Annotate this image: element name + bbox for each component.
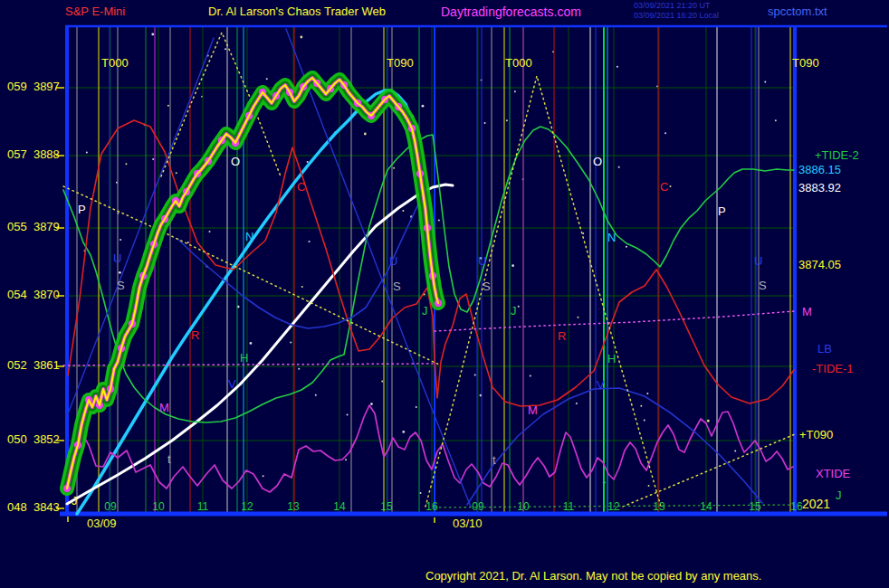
astro-marker-U: U [478, 254, 486, 268]
x-hour-label: 12 [241, 501, 253, 513]
astro-marker-C: C [297, 180, 305, 194]
astro-marker-R: R [558, 329, 566, 343]
star-dot [364, 133, 367, 136]
star-dot [381, 380, 383, 382]
yellow-dotted-peak-day2 [425, 76, 661, 507]
star-dot [577, 317, 578, 318]
star-dot [152, 158, 154, 160]
y-axis-label: 048 3843 [7, 501, 60, 514]
star-dot [345, 459, 347, 460]
star-dot [775, 119, 777, 121]
astro-marker-H: H [607, 352, 616, 365]
astro-marker-S: S [393, 280, 401, 293]
astro-marker-J: J [422, 304, 428, 318]
right-margin-label-lb: LB [817, 343, 832, 356]
astro-marker-U: U [754, 254, 762, 268]
star-dot [347, 413, 349, 415]
star-dot [419, 492, 421, 494]
star-dot [402, 431, 405, 433]
tide-time-label: T000 [101, 57, 129, 70]
star-dot [474, 375, 476, 376]
y-axis-label: 050 3852 [7, 433, 60, 446]
star-dot [86, 152, 88, 154]
star-dot [266, 78, 268, 80]
star-dot [290, 341, 292, 343]
star-dot [176, 172, 177, 174]
x-hour-label: 16 [425, 501, 437, 513]
x-hour-label: 11 [197, 501, 208, 513]
astro-marker-t: t [492, 453, 496, 467]
star-dot [298, 368, 300, 370]
x-hour-label: 09 [472, 501, 483, 513]
astro-marker-M: M [528, 403, 538, 417]
star-dot [576, 403, 578, 404]
star-dot [225, 48, 226, 50]
astro-marker-N: N [607, 231, 616, 244]
copyright-notice: Copyright 2021, Dr. Al Larson. May not b… [425, 570, 761, 583]
x-hour-label: 09 [104, 501, 116, 513]
astro-marker-H: H [240, 351, 248, 365]
astro-marker-S: S [759, 279, 767, 292]
star-dot [402, 210, 404, 212]
x-hour-label: 13 [653, 501, 664, 513]
y-axis-label: 057 3888 [7, 148, 60, 161]
astro-marker-J: J [72, 494, 78, 507]
right-margin-label-388392: 3883.92 [798, 182, 841, 194]
star-dot [644, 420, 645, 422]
astro-marker-N: N [245, 230, 253, 243]
star-dot [422, 105, 425, 108]
tide-time-label: T000 [505, 57, 532, 70]
x-hour-label: 14 [333, 501, 345, 513]
star-dot [309, 241, 311, 242]
star-dot [640, 405, 642, 407]
chaos-trader-screen: S&P E-Mini Dr. Al Larson's Chaos Trader … [0, 0, 889, 588]
star-dot [707, 420, 710, 422]
date-label: 03/09 [87, 517, 117, 530]
right-margin-label-387405: 3874.05 [798, 259, 841, 271]
x-hour-label: 11 [563, 501, 574, 513]
star-dot [263, 475, 264, 477]
star-dot [764, 81, 766, 82]
y-axis-label: 054 3870 [7, 289, 60, 301]
star-dot [301, 286, 303, 288]
astro-marker-O: O [593, 155, 602, 168]
star-dot [125, 163, 127, 165]
star-dot [250, 342, 253, 345]
astro-marker-S: S [117, 279, 125, 292]
x-hour-label: 16 [790, 501, 802, 513]
star-dot [626, 246, 627, 248]
star-dot [506, 119, 508, 121]
star-dot [300, 36, 302, 39]
astro-marker-V: V [228, 377, 236, 391]
astro-marker-U: U [113, 251, 121, 265]
year-label: 2021 [802, 498, 830, 511]
star-dot [617, 66, 618, 68]
star-dot [119, 271, 121, 274]
star-dot [648, 485, 650, 487]
astro-marker-U: U [389, 254, 397, 268]
astro-marker-M: M [159, 401, 169, 414]
astro-marker-S: S [483, 280, 491, 293]
star-dot [670, 185, 672, 187]
astro-marker-C: C [660, 180, 668, 194]
star-dot [315, 394, 317, 396]
star-dot [530, 375, 531, 376]
blue-arch-day2 [467, 388, 762, 505]
star-dot [187, 242, 189, 243]
x-hour-label: 15 [380, 501, 392, 513]
xtide-oscillator [63, 405, 793, 493]
right-margin-label-xtide: XTIDE [816, 468, 850, 480]
astro-marker-t: t [167, 452, 171, 466]
x-hour-label: 10 [152, 501, 164, 513]
astro-marker-O: O [231, 155, 240, 168]
star-dot [514, 90, 516, 92]
star-dot [167, 105, 169, 107]
star-dot [664, 132, 666, 134]
star-dot [370, 403, 373, 405]
tide-time-label: T090 [792, 57, 819, 70]
right-margin-label-m: M [802, 306, 812, 318]
astro-marker-V: V [597, 378, 605, 392]
x-hour-label: 12 [607, 501, 619, 513]
date-label: 03/10 [453, 517, 483, 530]
astro-marker-P: P [78, 203, 86, 216]
